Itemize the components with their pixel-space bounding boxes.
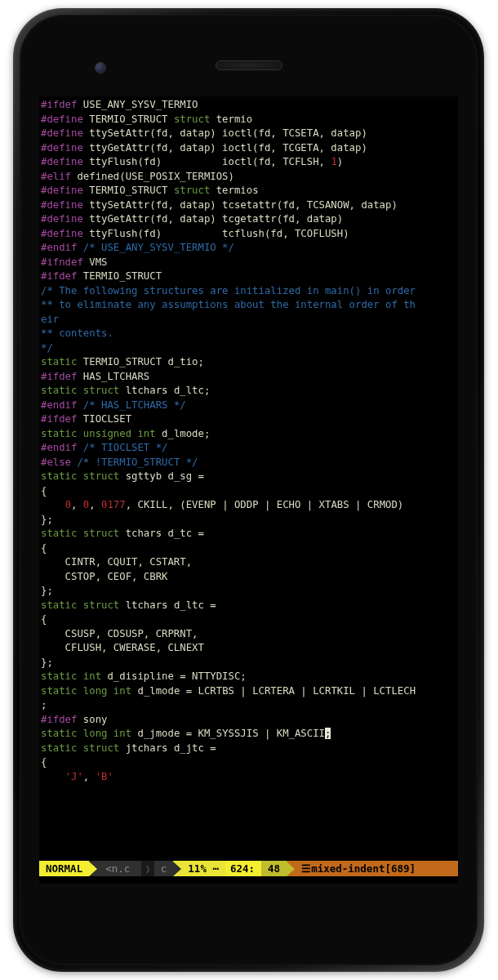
code-line[interactable]: { [41,612,456,627]
speaker-grille [216,60,282,70]
code-line[interactable]: static int d_disipline = NTTYDISC; [41,670,456,684]
code-line[interactable]: #define TERMIO_STRUCT struct termio [41,113,456,127]
status-warning: ☰ mixed-indent[689] [287,861,458,876]
code-line[interactable]: #ifdef USE_ANY_SYSV_TERMIO [41,98,456,113]
code-line[interactable]: ** contents. [41,327,456,341]
code-line[interactable]: ** to eliminate any assumptions about th… [41,298,456,313]
status-percent-text: 11% ┅ [188,861,219,876]
code-line[interactable]: static struct ltchars d_ltc = [41,599,456,613]
code-line[interactable]: #ifdef sony [41,713,456,728]
code-line[interactable]: static struct jtchars d_jtc = [41,742,456,756]
status-filetype-text: c [161,861,167,876]
code-line[interactable]: #ifndef VMS [41,256,456,270]
code-line[interactable]: #else /* !TERMIO_STRUCT */ [41,456,456,470]
code-line[interactable]: CFLUSH, CWERASE, CLNEXT [41,641,456,656]
code-line[interactable]: { [41,541,456,556]
code-line[interactable]: static struct tchars d_tc = [41,527,456,541]
terminal-screen[interactable]: #ifdef USE_ANY_SYSV_TERMIO#define TERMIO… [39,96,458,884]
code-line[interactable]: static struct sgttyb d_sg = [41,470,456,484]
phone-inner: #ifdef USE_ANY_SYSV_TERMIO#define TERMIO… [20,15,478,965]
separator-icon: ❭ [141,861,154,876]
code-line[interactable]: }; [41,656,456,670]
code-line[interactable]: #define ttyFlush(fd) tcflush(fd, TCOFLUS… [41,227,456,242]
status-line-text: 624: [230,861,255,876]
code-line[interactable]: { [41,755,456,770]
status-filename-text: <n.c [105,861,130,876]
code-line[interactable]: #ifdef TIOCLSET [41,412,456,427]
code-line[interactable]: /* The following structures are initiali… [41,284,456,299]
code-line[interactable]: static long int d_lmode = LCRTBS | LCRTE… [41,684,456,699]
code-line[interactable]: static TERMIO_STRUCT d_tio; [41,355,456,370]
status-column: 48 [261,861,287,876]
code-line[interactable]: #ifdef TERMIO_STRUCT [41,270,456,284]
status-mode: NORMAL [39,861,89,876]
code-line[interactable]: static struct ltchars d_ltc; [41,384,456,399]
code-line[interactable]: #ifdef HAS_LTCHARS [41,370,456,385]
code-line[interactable]: #elif defined(USE_POSIX_TERMIOS) [41,170,456,185]
code-line[interactable]: CSTOP, CEOF, CBRK [41,570,456,585]
status-column-text: 48 [268,861,280,876]
code-line[interactable]: }; [41,513,456,528]
front-camera [95,62,106,74]
warning-icon: ☰ [301,861,311,876]
code-line[interactable]: #endif /* TIOCLSET */ [41,441,456,456]
code-line[interactable]: 'J', 'B' [41,770,456,785]
code-line[interactable]: */ [41,341,456,356]
code-line[interactable]: #define ttySetAttr(fd, datap) ioctl(fd, … [41,127,456,141]
status-percent: 11% ┅ [173,861,225,876]
code-line[interactable]: 0, 0, 0177, CKILL, (EVENP | ODDP | ECHO … [41,498,456,513]
code-line[interactable]: CSUSP, CDSUSP, CRPRNT, [41,627,456,642]
status-line: 624: [225,861,261,876]
code-line[interactable]: { [41,484,456,499]
code-editor-area[interactable]: #ifdef USE_ANY_SYSV_TERMIO#define TERMIO… [41,98,456,866]
code-line[interactable]: #define ttyGetAttr(fd, datap) tcgetattr(… [41,212,456,227]
code-line[interactable]: ; [41,698,456,713]
code-line[interactable]: static unsigned int d_lmode; [41,427,456,442]
status-filetype: c [154,861,174,876]
code-line[interactable]: #endif /* HAS_LTCHARS */ [41,399,456,413]
code-line[interactable]: #define TERMIO_STRUCT struct termios [41,184,456,198]
code-line[interactable]: static long int d_jmode = KM_SYSSJIS | K… [41,727,456,742]
code-line[interactable]: eir [41,313,456,327]
vim-statusline: NORMAL <n.c ❭ c 11% ┅ 624: [39,861,458,876]
code-line[interactable]: }; [41,584,456,599]
status-mode-label: NORMAL [46,861,82,876]
code-line[interactable]: #define ttyGetAttr(fd, datap) ioctl(fd, … [41,141,456,156]
code-line[interactable]: CINTR, CQUIT, CSTART, [41,555,456,570]
code-line[interactable]: #endif /* USE_ANY_SYSV_TERMIO */ [41,241,456,256]
code-line[interactable]: #define ttyFlush(fd) ioctl(fd, TCFLSH, 1… [41,155,456,170]
code-line[interactable]: #define ttySetAttr(fd, datap) tcsetattr(… [41,198,456,213]
phone-frame: #ifdef USE_ANY_SYSV_TERMIO#define TERMIO… [13,8,484,972]
status-warning-text: mixed-indent[689] [311,861,416,876]
